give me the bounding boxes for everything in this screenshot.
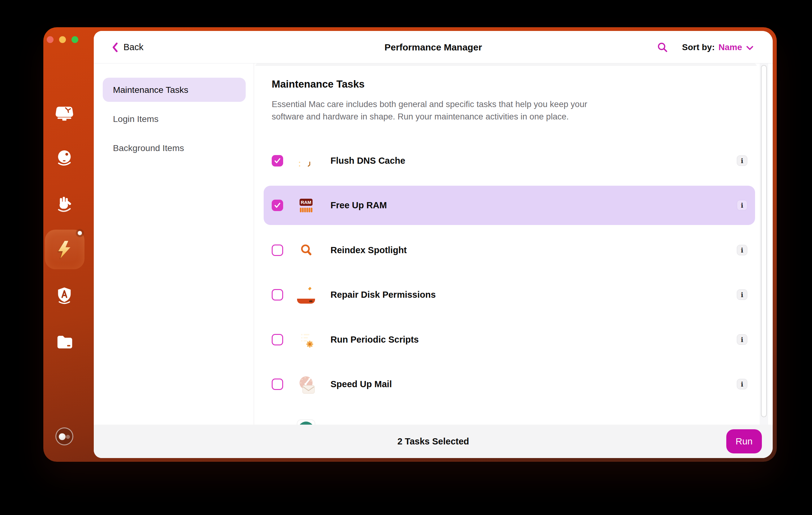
info-icon[interactable]: i — [737, 334, 747, 345]
task-label: Flush DNS Cache — [330, 141, 405, 180]
svg-text:RAM: RAM — [301, 200, 311, 205]
task-row-free-up-ram[interactable]: RAM Free Up RAM i — [264, 186, 755, 225]
task-label: Run Periodic Scripts — [330, 320, 419, 359]
notification-badge — [76, 229, 84, 237]
action-footer: 2 Tasks Selected Run — [94, 425, 773, 458]
task-checkbox[interactable] — [272, 155, 283, 167]
checkmark-icon — [274, 202, 281, 208]
back-label: Back — [123, 42, 143, 52]
info-icon[interactable]: i — [737, 155, 747, 166]
task-icon — [296, 240, 316, 260]
back-button[interactable]: Back — [112, 31, 143, 63]
info-icon[interactable]: i — [737, 245, 747, 255]
scrollbar-track[interactable] — [760, 63, 768, 425]
sidebar-item-maintenance-tasks[interactable]: Maintenance Tasks — [103, 78, 246, 102]
info-icon[interactable]: i — [737, 379, 747, 389]
info-icon[interactable]: i — [737, 289, 747, 300]
task-checkbox[interactable] — [272, 378, 283, 390]
app-window: Back Performance Manager Sort by: Name M… — [43, 27, 777, 462]
chevron-left-icon — [112, 42, 118, 53]
selected-count-status: 2 Tasks Selected — [397, 436, 469, 447]
task-icon — [296, 419, 316, 425]
task-label: Free Up RAM — [330, 186, 387, 225]
task-row[interactable]: i — [264, 409, 755, 425]
sort-control[interactable]: Sort by: Name — [682, 31, 753, 63]
sort-by-label: Sort by: — [682, 42, 715, 52]
svg-text:DNS: DNS — [298, 154, 309, 160]
task-row-run-periodic-scripts[interactable]: Run Periodic Scripts i — [264, 320, 755, 359]
performance-bolt-icon[interactable] — [45, 230, 85, 269]
task-checkbox[interactable] — [272, 289, 283, 301]
checkmark-icon — [274, 158, 281, 164]
task-list: DNS Flush DNS Cache i — [254, 63, 773, 425]
content-panel: Back Performance Manager Sort by: Name M… — [94, 31, 773, 458]
task-row-speed-up-mail[interactable]: Speed Up Mail i — [264, 365, 755, 404]
info-icon[interactable]: i — [737, 200, 747, 210]
task-checkbox[interactable] — [272, 200, 283, 211]
search-icon[interactable] — [657, 42, 668, 53]
task-list-viewport: Maintenance Tasks Essential Mac care inc… — [254, 63, 773, 425]
toggle-dot-large — [59, 433, 66, 440]
task-label: Reindex Spotlight — [330, 231, 407, 270]
smart-ball-icon[interactable] — [55, 148, 74, 168]
close-window-button[interactable] — [47, 36, 54, 43]
files-folder-icon[interactable] — [55, 332, 74, 352]
zoom-window-button[interactable] — [71, 36, 78, 43]
minimize-window-button[interactable] — [59, 36, 66, 43]
sidebar-item-label: Login Items — [113, 114, 158, 124]
applications-shield-icon[interactable] — [55, 286, 74, 306]
sidebar-item-background-items[interactable]: Background Items — [103, 136, 246, 160]
task-icon: DNS — [296, 150, 316, 171]
task-row-flush-dns-cache[interactable]: DNS Flush DNS Cache i — [264, 141, 755, 180]
page-title: Performance Manager — [384, 31, 482, 63]
toolbar: Back Performance Manager Sort by: Name — [94, 31, 773, 63]
run-button[interactable]: Run — [726, 429, 762, 453]
toggle-dot-small — [66, 435, 70, 439]
navigation-rail — [43, 27, 94, 462]
sidebar-item-label: Maintenance Tasks — [113, 85, 188, 95]
window-controls — [47, 36, 78, 43]
sidebar-item-login-items[interactable]: Login Items — [103, 107, 246, 131]
section-sidebar: Maintenance Tasks Login Items Background… — [94, 63, 254, 425]
task-icon: RAM — [296, 195, 316, 216]
task-icon — [296, 374, 316, 394]
task-row-reindex-spotlight[interactable]: Reindex Spotlight i — [264, 231, 755, 270]
task-icon — [296, 284, 316, 305]
cleanup-monitor-icon[interactable] — [55, 104, 74, 123]
task-icon — [296, 329, 316, 350]
sort-value[interactable]: Name — [719, 42, 742, 52]
task-checkbox[interactable] — [272, 334, 283, 345]
chevron-down-icon — [746, 46, 753, 50]
protection-hand-icon[interactable] — [55, 194, 74, 214]
task-checkbox[interactable] — [272, 245, 283, 256]
scrollbar-thumb[interactable] — [761, 65, 767, 417]
task-row-repair-disk-permissions[interactable]: Repair Disk Permissions i — [264, 275, 755, 314]
task-label: Speed Up Mail — [330, 365, 392, 404]
task-label: Repair Disk Permissions — [330, 275, 436, 314]
sidebar-item-label: Background Items — [113, 143, 184, 153]
assistant-toggle-icon[interactable] — [55, 427, 73, 446]
